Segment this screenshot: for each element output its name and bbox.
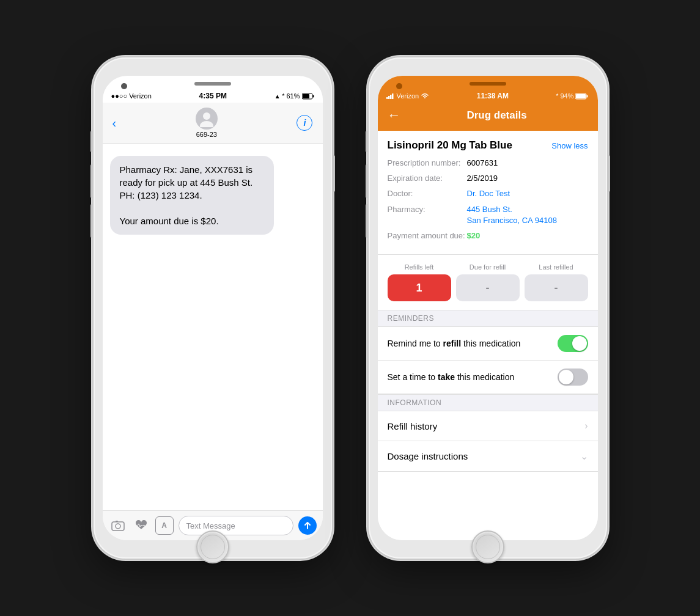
dosage-instructions-row[interactable]: Dosage instructions ⌄ — [378, 441, 598, 472]
volume-up-button[interactable] — [90, 131, 93, 152]
phone1-speaker — [194, 82, 231, 86]
take-reminder-text: Set a time to take this medication — [388, 372, 515, 382]
svg-rect-5 — [112, 522, 124, 530]
refills-left-label: Refills left — [405, 263, 434, 271]
camera-icon-button[interactable] — [109, 516, 127, 535]
last-refilled-box: Last refilled - — [525, 263, 588, 301]
drug-battery-pct: 94% — [560, 92, 573, 100]
refill-history-row[interactable]: Refill history › — [378, 411, 598, 441]
svg-rect-10 — [390, 95, 392, 99]
expiration-value: 2/5/2019 — [467, 173, 498, 184]
drug-battery-icon — [575, 93, 589, 100]
drug-form: Tab Blue — [469, 139, 512, 151]
sms-message-text: Pharmacy Rx: Jane, XXX7631 is ready for … — [120, 164, 253, 226]
drug-battery-area: * 94% — [556, 92, 589, 100]
drug-header: ← Drug details — [378, 103, 598, 131]
svg-rect-13 — [587, 95, 588, 97]
phone1-home-button-ring — [201, 535, 225, 559]
sms-send-button[interactable] — [298, 516, 317, 535]
pharmacy-row: Pharmacy: 445 Bush St. San Francisco, CA… — [388, 204, 588, 226]
volume-down-button[interactable] — [90, 164, 93, 198]
svg-rect-2 — [303, 94, 309, 98]
sms-back-button[interactable]: ‹ — [112, 116, 117, 130]
refills-left-value: 1 — [388, 274, 451, 301]
volume-down-button-2[interactable] — [366, 164, 368, 198]
phone1-home-button[interactable] — [196, 530, 229, 563]
drug-screen: Verizon 11:38 AM * 94% — [378, 76, 598, 540]
phones-container: ●●○○ Verizon 4:35 PM ▲ * 61% ‹ — [81, 45, 619, 571]
sms-status-bar: ●●○○ Verizon 4:35 PM ▲ * 61% — [103, 89, 323, 103]
prescription-value: 6007631 — [467, 158, 498, 169]
svg-rect-11 — [392, 94, 394, 99]
pharmacy-line1: 445 Bush St. — [467, 204, 557, 215]
pharmacy-value[interactable]: 445 Bush St. San Francisco, CA 94108 — [467, 204, 557, 226]
mute-button-2[interactable] — [366, 204, 368, 238]
take-reminder-toggle[interactable] — [558, 369, 588, 386]
last-refilled-value: - — [525, 274, 588, 301]
refill-stats-row: Refills left 1 Due for refill - Last ref… — [388, 263, 588, 301]
payment-row: Payment amount due: $20 — [388, 230, 588, 241]
expiration-label: Expiration date: — [388, 173, 467, 184]
refill-reminder-toggle[interactable] — [558, 335, 588, 352]
drug-back-button[interactable]: ← — [388, 108, 401, 123]
sms-placeholder: Text Message — [186, 521, 235, 530]
location-icon: ▲ — [274, 93, 281, 100]
sms-screen: ●●○○ Verizon 4:35 PM ▲ * 61% ‹ — [103, 76, 323, 540]
refill-toggle-knob — [572, 336, 587, 351]
sms-nav-bar: ‹ 669-23 i — [103, 103, 323, 144]
drug-time: 11:38 AM — [477, 92, 509, 100]
sms-contact-area: 669-23 — [196, 108, 218, 138]
last-refilled-label: Last refilled — [539, 263, 573, 271]
due-for-refill-box: Due for refill - — [456, 263, 520, 301]
svg-point-3 — [203, 112, 210, 120]
volume-up-button-2[interactable] — [366, 131, 368, 152]
take-reminder-row: Set a time to take this medication — [378, 361, 598, 394]
drug-header-title: Drug details — [406, 109, 588, 122]
dosage-instructions-chevron-icon: ⌄ — [580, 450, 588, 462]
sms-carrier: ●●○○ Verizon — [111, 92, 152, 100]
battery-icon — [302, 93, 314, 100]
mute-button[interactable] — [90, 204, 93, 238]
power-button-2[interactable] — [608, 155, 610, 192]
drug-bluetooth-icon: * — [556, 93, 559, 100]
refill-reminder-row: Remind me to refill this medication — [378, 327, 598, 361]
doctor-row: Doctor: Dr. Doc Test — [388, 188, 588, 199]
svg-rect-9 — [388, 96, 390, 99]
refill-history-label: Refill history — [388, 421, 438, 431]
doctor-value[interactable]: Dr. Doc Test — [467, 188, 510, 199]
drug-show-less-button[interactable]: Show less — [551, 141, 588, 150]
sms-contact-name: 669-23 — [196, 131, 217, 138]
svg-point-6 — [116, 524, 120, 529]
refill-reminder-text: Remind me to refill this medication — [388, 339, 521, 348]
drug-name-row: Lisinopril 20 Mg Tab Blue Show less — [388, 139, 588, 152]
apps-icon-button[interactable]: A — [155, 516, 174, 535]
refill-history-chevron-icon: › — [584, 420, 588, 431]
phone2-home-button[interactable] — [471, 530, 504, 563]
pharmacy-line2: San Francisco, CA 94108 — [467, 215, 557, 226]
drug-content: Lisinopril 20 Mg Tab Blue Show less Pres… — [378, 131, 598, 540]
prescription-row: Prescription number: 6007631 — [388, 158, 588, 169]
phone2-home-button-ring — [476, 535, 500, 559]
refill-bold: refill — [443, 339, 462, 348]
information-section-header: Information — [378, 394, 598, 411]
due-for-refill-value: - — [456, 274, 520, 301]
drug-status-bar: Verizon 11:38 AM * 94% — [378, 89, 598, 103]
drug-name: Lisinopril 20 Mg — [388, 139, 466, 151]
drug-info-section: Lisinopril 20 Mg Tab Blue Show less Pres… — [378, 131, 598, 255]
phone2-camera — [396, 83, 402, 89]
svg-rect-1 — [312, 95, 314, 97]
svg-rect-14 — [576, 94, 586, 98]
sms-info-button[interactable]: i — [297, 115, 312, 131]
sms-time: 4:35 PM — [199, 92, 227, 100]
power-button[interactable] — [333, 155, 335, 192]
pharmacy-label: Pharmacy: — [388, 204, 467, 226]
doctor-label: Doctor: — [388, 188, 467, 199]
heartbeat-icon-button[interactable] — [132, 516, 150, 535]
phone1-camera — [121, 83, 127, 89]
sms-message-bubble: Pharmacy Rx: Jane, XXX7631 is ready for … — [110, 156, 274, 235]
phone-sms: ●●○○ Verizon 4:35 PM ▲ * 61% ‹ — [94, 57, 332, 559]
payment-value: $20 — [467, 230, 481, 241]
drug-carrier: Verizon — [397, 92, 419, 100]
phone1-top-bar — [103, 76, 323, 89]
sms-text-input[interactable]: Text Message — [179, 516, 293, 535]
